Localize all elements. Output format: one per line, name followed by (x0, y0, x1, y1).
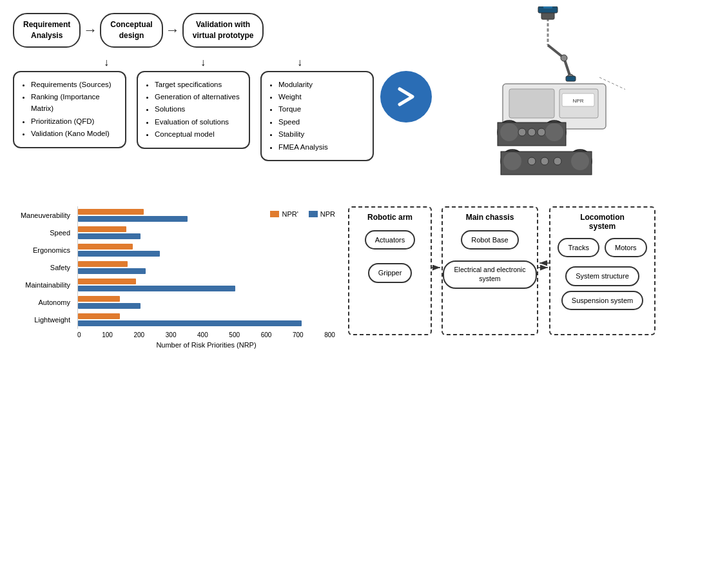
svg-point-30 (554, 157, 561, 165)
bar-group-lightweight (78, 313, 335, 326)
flow-diagram: Requirement Analysis Conceptual design V… (13, 13, 374, 161)
detail-con-2: Generation of alternatives (155, 91, 241, 103)
flow-box-requirement-label: Requirement Analysis (23, 20, 70, 40)
bar-ergonomics-orange (78, 244, 133, 250)
bar-autonomy-blue (78, 303, 141, 309)
bars-area (77, 206, 335, 329)
bar-group-maintainability (78, 279, 335, 291)
svg-point-20 (518, 128, 526, 136)
robotic-arm-title: Robotic arm (367, 213, 413, 222)
y-label-lightweight: Lightweight (13, 316, 74, 324)
detail-val-1: Modularity (278, 79, 365, 90)
locomotion-box: Locomotion system Tracks Motors System s… (549, 206, 656, 335)
chart-x-labels: 0 100 200 300 400 500 600 700 800 (77, 331, 335, 338)
vert-arrow-1 (32, 57, 155, 68)
chart-x-title: Number of Risk Priorities (NRP) (77, 341, 335, 349)
detail-val-4: Speed (278, 116, 365, 128)
bar-ergonomics-blue (78, 251, 160, 257)
svg-rect-10 (509, 89, 554, 118)
bar-group-maneuverability (78, 209, 335, 222)
suspension-box: Suspension system (561, 291, 643, 310)
x-label-400: 400 (197, 331, 208, 338)
svg-point-18 (500, 123, 518, 141)
svg-point-19 (545, 123, 563, 141)
bar-maintainability-orange (78, 279, 136, 284)
x-label-100: 100 (102, 331, 113, 338)
bar-group-safety (78, 261, 335, 274)
bar-speed-blue (78, 233, 141, 239)
actuators-box: Actuators (365, 230, 415, 250)
bar-group-speed (78, 226, 335, 239)
detail-req-2: Ranking (Importance Matrix) (31, 91, 117, 115)
detail-val-2: Weight (278, 91, 365, 103)
flow-box-requirement: Requirement Analysis (13, 13, 81, 48)
flow-box-validation-label: Validation with virtual prototype (193, 20, 254, 40)
detail-con-5: Conceptual model (155, 128, 241, 140)
bar-lightweight-orange (78, 313, 120, 319)
bar-lightweight-blue (78, 320, 302, 326)
bar-safety-orange (78, 261, 128, 267)
svg-rect-3 (543, 6, 552, 8)
robotic-arm-box: Robotic arm Actuators Gripper (348, 206, 432, 335)
vert-arrow-2 (155, 57, 251, 68)
system-diagram: Robotic arm Actuators Gripper Main chass… (348, 200, 696, 348)
motors-box: Motors (605, 238, 647, 257)
vert-arrow-3 (251, 57, 348, 68)
robot-image: NPR (445, 6, 625, 181)
bar-maneuverability-blue (78, 216, 188, 222)
x-label-0: 0 (77, 331, 81, 338)
x-label-600: 600 (261, 331, 272, 338)
blue-arrow-icon (380, 71, 432, 122)
y-label-autonomy: Autonomy (13, 299, 74, 306)
detail-con-1: Target specifications (155, 79, 241, 90)
y-label-maneuverability: Maneuverability (13, 211, 74, 219)
svg-point-28 (528, 157, 536, 165)
y-label-safety: Safety (13, 264, 74, 271)
detail-box-requirement: Requirements (Sources) Ranking (Importan… (13, 71, 126, 148)
detail-val-5: Stability (278, 128, 365, 140)
flow-box-validation: Validation with virtual prototype (182, 13, 264, 48)
svg-point-26 (503, 152, 521, 170)
bar-maintainability-blue (78, 286, 235, 291)
flow-arrow-2 (166, 22, 180, 39)
svg-point-21 (528, 128, 536, 136)
detail-con-3: Solutions (155, 103, 241, 115)
svg-point-6 (561, 55, 567, 61)
bar-chart: NPR' NPR Maneuverability Speed Ergonomic… (13, 193, 335, 349)
tracks-box: Tracks (558, 238, 599, 257)
bar-autonomy-orange (78, 296, 120, 302)
bar-group-autonomy (78, 296, 335, 309)
flow-box-conceptual: Conceptual design (100, 13, 162, 48)
detail-val-6: FMEA Analysis (278, 141, 365, 153)
robot-base-box: Robot Base (461, 230, 518, 250)
x-label-500: 500 (229, 331, 240, 338)
locomotion-title: Locomotion system (580, 213, 625, 231)
x-label-200: 200 (133, 331, 144, 338)
chart-y-labels: Maneuverability Speed Ergonomics Safety … (13, 206, 77, 329)
svg-point-29 (541, 157, 549, 165)
y-label-maintainability: Maintainability (13, 281, 74, 289)
detail-con-4: Evaluation of solutions (155, 116, 241, 128)
detail-box-conceptual: Target specifications Generation of alte… (137, 71, 250, 149)
main-chassis-title: Main chassis (466, 213, 514, 222)
detail-req-4: Validation (Kano Model) (31, 128, 117, 139)
bar-group-ergonomics (78, 244, 335, 257)
bar-maneuverability-orange (78, 209, 144, 215)
x-label-300: 300 (166, 331, 177, 338)
y-label-speed: Speed (13, 229, 74, 237)
bar-safety-blue (78, 268, 146, 274)
svg-point-27 (571, 152, 589, 170)
main-chassis-box: Main chassis Robot Base Electrical and e… (442, 206, 538, 335)
svg-rect-8 (566, 76, 576, 81)
flow-box-conceptual-label: Conceptual design (110, 20, 152, 40)
x-label-700: 700 (293, 331, 304, 338)
y-label-ergonomics: Ergonomics (13, 246, 74, 254)
flow-arrow-1 (83, 22, 97, 39)
system-structure-box: System structure (565, 266, 639, 286)
x-label-800: 800 (324, 331, 335, 338)
detail-req-1: Requirements (Sources) (31, 79, 117, 90)
detail-req-3: Prioritization (QFD) (31, 115, 117, 127)
detail-box-validation: Modularity Weight Torque Speed Stability… (260, 71, 374, 161)
bar-speed-orange (78, 226, 126, 232)
electrical-box: Electrical and electronic system (443, 260, 537, 288)
